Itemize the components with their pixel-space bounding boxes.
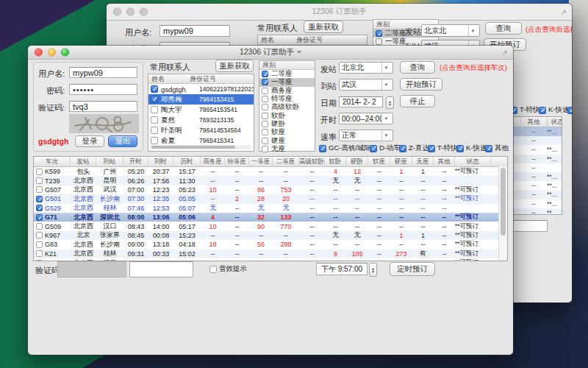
back-from-select[interactable]: 北京北▼: [421, 24, 480, 37]
checkbox-unchecked-icon[interactable]: [36, 223, 43, 230]
speed-select[interactable]: 正常▼: [339, 130, 393, 141]
minimize-icon[interactable]: [126, 8, 135, 16]
contact-row[interactable]: 陶大宇78654153541: [148, 105, 254, 115]
train-row[interactable]: G501北京西长沙南07:3012:3505:05--22820--------…: [34, 194, 507, 203]
bottom-captcha-input[interactable]: [129, 261, 193, 277]
back-titlebar[interactable]: 12306 订票助手 ↗: [107, 4, 572, 21]
scrollbar-thumb[interactable]: [151, 146, 235, 149]
timer-time-input[interactable]: 下午 9:57:00: [316, 263, 368, 275]
train-row[interactable]: T239北京西昆明06:2617:5611:30----------无无----…: [34, 176, 507, 185]
contact-row[interactable]: gsdgtgh140622197812202315: [148, 84, 254, 94]
train-filter-option[interactable]: Z-直达: [399, 144, 428, 153]
seat-type-row[interactable]: 软卧: [259, 111, 315, 119]
depart-time-select[interactable]: 00:00--24:00▼: [339, 113, 393, 124]
train-column-header[interactable]: 无座: [412, 157, 434, 166]
front-titlebar[interactable]: 12306 订票助手 ↗: [28, 46, 513, 60]
checkbox-unchecked-icon[interactable]: [36, 250, 43, 257]
contact-row[interactable]: 夏然7693213135: [148, 115, 254, 125]
seat-type-row[interactable]: 高级软卧: [259, 103, 315, 111]
sound-alert-option[interactable]: 音效提示: [209, 264, 247, 274]
checkbox-checked-icon[interactable]: [567, 107, 572, 114]
checkbox-unchecked-icon[interactable]: [151, 127, 158, 134]
checkbox-unchecked-icon[interactable]: [36, 169, 43, 175]
train-number-cell[interactable]: G71: [34, 213, 71, 221]
checkbox-checked-icon[interactable]: [36, 214, 43, 221]
train-number-cell[interactable]: K21: [34, 250, 71, 258]
login-button[interactable]: 登录: [75, 135, 104, 147]
train-filter-option[interactable]: D-动车: [370, 144, 399, 153]
checkbox-checked-icon[interactable]: [539, 107, 546, 114]
captcha-input[interactable]: tvq3: [69, 101, 137, 112]
password-input[interactable]: ••••••: [69, 84, 137, 95]
seat-type-row[interactable]: 商务座: [259, 87, 315, 95]
checkbox-checked-icon[interactable]: [370, 145, 377, 152]
contact-row[interactable]: 俞夏7965415341: [148, 135, 254, 146]
fullscreen-icon[interactable]: ↗: [561, 8, 567, 16]
train-row[interactable]: K21北京西桂林09:3100:3315:02----------9105--2…: [34, 250, 507, 258]
train-column-header[interactable]: 到时: [148, 157, 173, 166]
minimize-icon[interactable]: [48, 49, 56, 57]
scrollbar-thumb[interactable]: [501, 168, 506, 236]
train-number-cell[interactable]: K599: [34, 168, 71, 175]
train-column-header[interactable]: 二等座: [273, 157, 299, 166]
train-column-header[interactable]: 硬卧: [346, 157, 368, 166]
checkbox-unchecked-icon[interactable]: [36, 241, 43, 248]
seat-type-row[interactable]: 硬座: [259, 136, 315, 144]
stop-button[interactable]: 停止: [400, 95, 435, 107]
train-number-cell[interactable]: G83: [34, 241, 71, 248]
train-column-header[interactable]: 开时: [123, 157, 148, 166]
logout-button[interactable]: 退出: [108, 135, 137, 147]
close-icon[interactable]: [35, 49, 43, 57]
train-filter-option[interactable]: T-特快: [510, 105, 539, 115]
train-column-header[interactable]: 其他: [434, 157, 455, 166]
back-refresh-button[interactable]: 重新获取: [304, 21, 343, 33]
checkbox-unchecked-icon[interactable]: [36, 177, 43, 184]
train-column-header[interactable]: 软座: [368, 157, 390, 166]
train-filter-option[interactable]: 其他: [567, 105, 572, 115]
checkbox-checked-icon[interactable]: [36, 205, 43, 211]
train-filter-option[interactable]: GC-高铁/城际: [319, 144, 370, 153]
username-input[interactable]: mypw09: [69, 67, 137, 78]
train-column-header[interactable]: 发站: [71, 157, 96, 166]
train-row[interactable]: G507北京西武汉07:0012:2305:2310--86753-------…: [34, 185, 507, 194]
checkbox-unchecked-icon[interactable]: [36, 260, 43, 261]
start-booking-button[interactable]: 开始预订: [400, 78, 442, 91]
train-column-header[interactable]: 软卧: [325, 157, 346, 166]
contacts-hscrollbar[interactable]: [150, 145, 252, 149]
checkbox-unchecked-icon[interactable]: [262, 129, 268, 135]
train-column-header[interactable]: 高级软卧: [299, 157, 325, 166]
seat-type-row[interactable]: 二等座: [259, 70, 315, 78]
zoom-icon[interactable]: [140, 8, 148, 16]
seat-type-list[interactable]: 席别 二等座一等座商务座特等座高级软卧软卧硬卧软座硬座无座: [259, 60, 315, 152]
checkbox-unchecked-icon[interactable]: [262, 121, 268, 127]
train-number-cell[interactable]: G507: [34, 186, 71, 194]
date-input[interactable]: 2014- 2- 2: [339, 96, 383, 107]
checkbox-checked-icon[interactable]: [399, 145, 406, 152]
seat-type-row[interactable]: 软座: [259, 128, 315, 136]
main-window[interactable]: 12306 订票助手 ↗ 用户名: mypw09 密码: •••••• 验证码:…: [28, 46, 513, 355]
checkbox-checked-icon[interactable]: [262, 79, 268, 85]
checkbox-unchecked-icon[interactable]: [209, 266, 217, 273]
checkbox-checked-icon[interactable]: [319, 145, 326, 152]
checkbox-checked-icon[interactable]: [151, 96, 158, 103]
train-row[interactable]: K967北京张家界08:4500:0815:23----------无无--11…: [34, 231, 507, 240]
train-column-header[interactable]: 到站: [96, 157, 123, 166]
timer-stepper[interactable]: ▲▼: [369, 263, 377, 277]
from-select[interactable]: 北京北▼: [339, 62, 393, 74]
refresh-contacts-button[interactable]: 重新获取: [215, 60, 254, 72]
query-button[interactable]: 查询: [400, 61, 435, 74]
train-filter-option[interactable]: K-快速: [456, 144, 485, 153]
train-number-cell[interactable]: T239: [34, 177, 71, 185]
train-number-cell[interactable]: G509: [34, 223, 71, 230]
checkbox-unchecked-icon[interactable]: [262, 113, 268, 119]
train-filter-option[interactable]: 其他: [485, 144, 513, 153]
train-filter-option[interactable]: K-快速: [539, 105, 567, 115]
checkbox-checked-icon[interactable]: [428, 145, 435, 152]
checkbox-checked-icon[interactable]: [456, 145, 464, 152]
checkbox-unchecked-icon[interactable]: [262, 138, 268, 144]
train-column-header[interactable]: 状态: [455, 157, 491, 166]
checkbox-unchecked-icon[interactable]: [376, 38, 382, 45]
seat-type-row[interactable]: 硬卧: [259, 120, 315, 128]
back-username-input[interactable]: mypw09: [159, 25, 230, 37]
to-select[interactable]: 武汉▼: [339, 79, 393, 91]
